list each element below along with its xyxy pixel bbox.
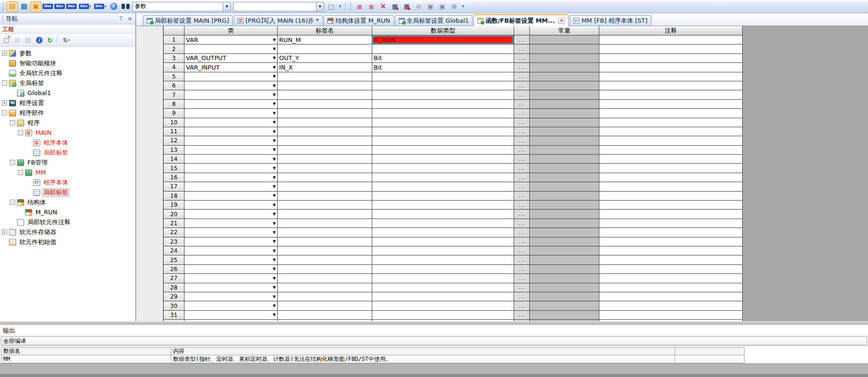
- type-browse-button[interactable]: ...: [514, 164, 530, 173]
- comment-cell[interactable]: [599, 274, 743, 283]
- data-type-cell[interactable]: M_RUN: [372, 35, 514, 44]
- tree-item[interactable]: - 程序: [0, 118, 135, 128]
- chevron-down-icon[interactable]: ▼: [271, 120, 276, 124]
- label-name-cell[interactable]: [278, 228, 372, 237]
- copy-data-icon[interactable]: ⊞ ▾: [12, 35, 22, 45]
- data-type-cell[interactable]: [372, 118, 514, 127]
- tree-item[interactable]: Global1: [0, 88, 135, 98]
- class-cell[interactable]: ▼: [184, 292, 278, 301]
- row-number-cell[interactable]: 2: [164, 44, 184, 53]
- expander-icon[interactable]: [10, 219, 15, 225]
- help-icon[interactable]: ? ▾: [108, 1, 119, 12]
- row-number-cell[interactable]: 19: [164, 201, 184, 210]
- row-number-cell[interactable]: 22: [164, 228, 184, 237]
- class-column-header[interactable]: 类: [184, 26, 278, 35]
- window-close-all-icon[interactable]: ⊠ ▾: [448, 1, 460, 12]
- data-type-cell[interactable]: [372, 246, 514, 255]
- chevron-down-icon[interactable]: ▼: [271, 38, 276, 42]
- chevron-down-icon[interactable]: ▼: [271, 93, 276, 97]
- label-name-cell[interactable]: [278, 201, 372, 210]
- row-number-cell[interactable]: 21: [164, 219, 184, 228]
- chevron-down-icon[interactable]: ▼: [271, 203, 276, 207]
- row-number-cell[interactable]: 30: [164, 301, 184, 310]
- comment-cell[interactable]: [599, 100, 743, 109]
- class-cell[interactable]: ▼: [184, 155, 278, 164]
- class-cell[interactable]: ▼: [184, 182, 278, 191]
- type-browse-button[interactable]: ...: [514, 136, 530, 145]
- type-browse-button[interactable]: ...: [514, 100, 530, 109]
- document-tab[interactable]: 局部标签设置 MAIN [PRG] ×: [143, 15, 233, 26]
- type-browse-button[interactable]: ...: [514, 109, 530, 118]
- data-type-cell[interactable]: Bit: [372, 63, 514, 72]
- comment-cell[interactable]: [599, 63, 743, 72]
- row-number-cell[interactable]: 20: [164, 210, 184, 219]
- comment-cell[interactable]: [599, 255, 743, 264]
- row-number-cell[interactable]: 5: [164, 72, 184, 81]
- comment-cell[interactable]: [599, 44, 743, 53]
- tree-item[interactable]: 智能功能模块: [0, 58, 135, 68]
- sort-filter-icon[interactable]: ⇅ ▾: [60, 35, 72, 45]
- class-cell[interactable]: VAR_INPUT ▼: [184, 63, 278, 72]
- data-type-cell[interactable]: [372, 274, 514, 283]
- expander-icon[interactable]: [2, 70, 7, 76]
- comment-cell[interactable]: [599, 182, 743, 191]
- class-cell[interactable]: ▼: [184, 265, 278, 274]
- class-cell[interactable]: ▼: [184, 81, 278, 90]
- class-cell[interactable]: ▼: [184, 164, 278, 173]
- label-name-cell[interactable]: [278, 155, 372, 164]
- output-row[interactable]: MM 数据类型(指针、定时器、累积定时器、计数器)无法在结构化梯形图/FBD/S…: [1, 355, 867, 363]
- chevron-down-icon[interactable]: ▼: [271, 313, 276, 317]
- type-browse-button[interactable]: ...: [514, 301, 530, 310]
- type-browse-button[interactable]: ...: [514, 182, 530, 191]
- expander-icon[interactable]: +: [2, 229, 7, 235]
- document-tab[interactable]: 全局标签设置 Global1 ×: [395, 15, 473, 26]
- class-cell[interactable]: ▼: [184, 255, 278, 264]
- data-type-cell[interactable]: [372, 173, 514, 182]
- toolbar-overflow-icon[interactable]: ▾ ▾: [337, 1, 343, 12]
- expander-icon[interactable]: +: [2, 51, 7, 56]
- chevron-down-icon[interactable]: ▼: [271, 166, 276, 170]
- type-browse-button[interactable]: ...: [514, 283, 530, 292]
- label-name-cell[interactable]: [278, 210, 372, 219]
- chevron-down-icon[interactable]: ▼: [271, 47, 276, 51]
- data-type-cell[interactable]: [372, 283, 514, 292]
- comment-column-header[interactable]: 注释: [599, 26, 743, 35]
- row-number-cell[interactable]: 17: [164, 182, 184, 191]
- type-browse-button[interactable]: ...: [514, 237, 530, 246]
- data-type-cell[interactable]: [372, 90, 514, 99]
- tree-item[interactable]: - MM: [0, 167, 135, 177]
- row-number-cell[interactable]: 13: [164, 146, 184, 155]
- value-combo[interactable]: ▼: [233, 2, 324, 11]
- chevron-down-icon[interactable]: ▼: [271, 230, 276, 235]
- tree-item[interactable]: + 软元件存储器: [0, 227, 135, 237]
- content-column-header[interactable]: 内容: [171, 347, 675, 355]
- type-browse-button[interactable]: ...: [514, 127, 530, 136]
- class-cell[interactable]: ▼: [184, 283, 278, 292]
- chevron-down-icon[interactable]: ▼: [271, 285, 276, 289]
- data-type-cell[interactable]: [372, 201, 514, 210]
- data-type-cell[interactable]: [372, 109, 514, 118]
- class-cell[interactable]: ▼: [184, 146, 278, 155]
- row-number-cell[interactable]: 11: [164, 127, 184, 136]
- row-number-cell[interactable]: 9: [164, 109, 184, 118]
- chevron-down-icon[interactable]: ▼: [271, 157, 276, 161]
- comment-cell[interactable]: [599, 54, 743, 63]
- constant-column-header[interactable]: 常量: [530, 26, 599, 35]
- class-cell[interactable]: ▼: [184, 173, 278, 182]
- device-comment-icon[interactable]: Dev ▾: [42, 1, 53, 12]
- device-test-icon[interactable]: Dev ▾: [93, 1, 107, 12]
- close-icon[interactable]: ×: [126, 15, 133, 22]
- chevron-down-icon[interactable]: ▼: [271, 148, 276, 152]
- type-browse-button[interactable]: ...: [514, 35, 530, 44]
- toolbar-separator[interactable]: ▾: [57, 36, 58, 44]
- chevron-down-icon[interactable]: ▼: [271, 56, 276, 60]
- data-type-cell[interactable]: [372, 311, 514, 320]
- document-tab[interactable]: MM [FB] 程序本体 [ST] ×: [570, 15, 651, 26]
- monitor-icon[interactable]: ⊘ ▾: [413, 1, 424, 12]
- data-type-cell[interactable]: [372, 228, 514, 237]
- class-cell[interactable]: ▼: [184, 274, 278, 283]
- label-name-cell[interactable]: RUN_M: [278, 35, 372, 44]
- data-type-cell[interactable]: [372, 219, 514, 228]
- data-type-cell[interactable]: [372, 81, 514, 90]
- chevron-down-icon[interactable]: ▼: [271, 304, 276, 308]
